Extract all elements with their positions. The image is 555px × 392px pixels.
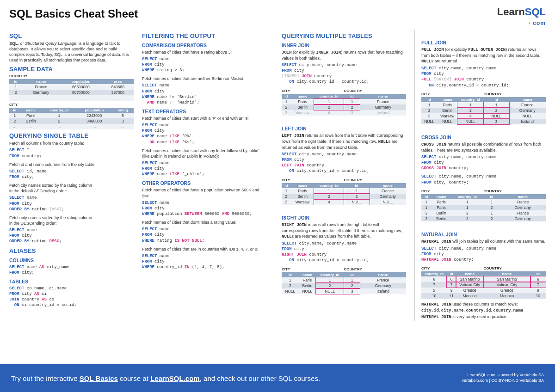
th: area xyxy=(102,79,134,84)
inner-join-heading: INNER JOIN xyxy=(282,43,406,48)
nat-tables: CITY country_ididname 66San Marino 77Vat… xyxy=(421,265,546,300)
country-label: COUNTRY xyxy=(9,74,134,78)
qst-p1: Fetch all columns from the country table… xyxy=(9,141,134,146)
text-code-1: SELECT name FROM city WHERE name LIKE 'P… xyxy=(142,122,266,145)
column-2: FILTERING THE OUTPUT COMPARISON OPERATOR… xyxy=(142,30,266,321)
tables-heading: TABLES xyxy=(9,279,134,284)
logo-sql: SQL xyxy=(525,6,546,18)
left-tables: CITY idnamecountry_id 1Paris1 2Berlin2 3… xyxy=(282,177,406,207)
logo: LearnSQL • com xyxy=(497,7,546,27)
columns: SQL SQL, or Structured Query Language, i… xyxy=(9,30,546,321)
left-code: SELECT city.name, country.name FROM city… xyxy=(282,152,406,174)
inner-tables: CITY idnamecountry_id 1Paris1 2Berlin2 3… xyxy=(282,88,406,117)
other-code-2: SELECT name FROM city WHERE rating IS NO… xyxy=(142,227,266,243)
other-p2: Fetch names of cities that don't miss a … xyxy=(142,220,266,225)
logo-learn: Learn xyxy=(497,6,525,18)
text-p1: Fetch names of cities that start with a … xyxy=(142,116,266,121)
footer: Try out the interactive SQL Basics cours… xyxy=(0,364,555,392)
natural-join-heading: NATURAL JOIN xyxy=(421,232,546,237)
right-p: RIGHT JOIN returns all rows from the rig… xyxy=(282,222,406,239)
column-3: QUERYING MULTIPLE TABLES INNER JOIN JOIN… xyxy=(275,30,406,321)
logo-com: com xyxy=(533,20,546,26)
city-label: CITY xyxy=(9,103,134,107)
cross-code-2: SELECT city.name, country.name FROM city… xyxy=(421,174,546,185)
full-join-heading: FULL JOIN xyxy=(421,40,546,45)
cross-code-1: SELECT city.name, country.name FROM city… xyxy=(421,154,546,171)
comp-p1: Fetch names of cities that have a rating… xyxy=(142,49,266,55)
qst-p4: Fetch city names sorted by the rating co… xyxy=(9,215,134,226)
qst-heading: QUERYING SINGLE TABLE xyxy=(9,132,134,139)
inner-code: SELECT city.name, country.name FROM city… xyxy=(282,62,406,85)
logo-dot: • xyxy=(529,20,533,26)
aliases-heading: ALIASES xyxy=(9,247,134,254)
text-code-2: SELECT name FROM city WHERE name LIKE '_… xyxy=(142,160,266,177)
city-table: idnamecountry_idpopulationrating 1Paris1… xyxy=(9,108,134,129)
left-join-heading: LEFT JOIN xyxy=(282,126,406,131)
right-code: SELECT city.name, country.name FROM city… xyxy=(282,241,406,263)
other-p3: Fetch names of cities that are in countr… xyxy=(142,246,266,252)
qmt-heading: QUERYING MULTIPLE TABLES xyxy=(282,32,406,39)
alias-tables-code: SELECT co.name, ci.name FROM city AS ci … xyxy=(9,286,134,308)
sql-intro: SQL, or Structured Query Language, is a … xyxy=(9,41,134,63)
other-code-1: SELECT name FROM city WHERE population B… xyxy=(142,200,266,217)
other-ops-heading: OTHER OPERATORS xyxy=(142,180,266,186)
filtering-heading: FILTERING THE OUTPUT xyxy=(142,32,266,39)
other-p1: Fetch names of cities that have a popula… xyxy=(142,187,266,198)
sample-data-heading: SAMPLE DATA xyxy=(9,66,134,73)
cross-join-heading: CROSS JOIN xyxy=(421,135,546,140)
text-ops-heading: TEXT OPERATORS xyxy=(142,109,266,114)
right-join-heading: RIGHT JOIN xyxy=(282,215,406,220)
full-code: SELECT city.name, country.name FROM city… xyxy=(421,66,546,88)
qst-code-1: SELECT * FROM country; xyxy=(9,147,134,159)
country-table: idnamepopulationarea 1France666000006406… xyxy=(9,79,134,101)
qst-p2: Fetch id and name columns from the city … xyxy=(9,162,134,167)
other-code-3: SELECT name FROM city WHERE country_id I… xyxy=(142,253,266,270)
nat-p: NATURAL JOIN will join tables by all col… xyxy=(421,239,546,245)
page-title: SQL Basics Cheat Sheet xyxy=(9,7,138,20)
full-p: FULL JOIN (or explicitly FULL OUTER JOIN… xyxy=(421,47,546,64)
columns-heading: COLUMNS xyxy=(9,257,134,263)
footer-cta: Try out the interactive SQL Basics cours… xyxy=(11,374,320,382)
column-4: FULL JOIN FULL JOIN (or explicitly FULL … xyxy=(414,30,546,321)
qst-code-3: SELECT name FROM city ORDER BY rating [A… xyxy=(9,195,134,212)
alias-cols-code: SELECT name AS city_name FROM city; xyxy=(9,264,134,276)
cross-tables: CITY idnamecountry_id 1Paris1 1Paris1 2B… xyxy=(421,188,546,223)
inner-p: JOIN (or explicitly INNER JOIN) returns … xyxy=(282,49,406,61)
column-1: SQL SQL, or Structured Query Language, i… xyxy=(9,30,134,321)
footer-attribution: LearnSQL.com is owned by Vertabelo SA ve… xyxy=(462,373,544,383)
qst-code-2: SELECT id, name FROM city; xyxy=(9,169,134,180)
cross-p: CROSS JOIN returns all possible combinat… xyxy=(421,141,546,153)
sql-heading: SQL xyxy=(9,32,134,39)
th: population xyxy=(60,79,102,84)
th: id xyxy=(9,79,22,84)
nat-code: SELECT city.name, country.name FROM city… xyxy=(421,246,546,263)
full-tables: CITY idnamecountry_id 1Paris1 2Berlin2 3… xyxy=(421,91,546,126)
comp-p2: Fetch names of cities that are neither B… xyxy=(142,76,266,81)
th: name xyxy=(22,79,60,84)
comparison-heading: COMPARISON OPERATORS xyxy=(142,43,266,48)
text-p2: Fetch names of cities that start with an… xyxy=(142,148,266,159)
qst-code-4: SELECT name FROM city ORDER BY rating DE… xyxy=(9,227,134,244)
comp-code-1: SELECT name FROM city WHERE rating > 3; xyxy=(142,56,266,73)
nat-note: NATURAL JOIN used these columns to match… xyxy=(421,301,546,319)
header: SQL Basics Cheat Sheet LearnSQL • com xyxy=(9,7,546,27)
comp-code-2: SELECT name FROM city WHERE name != 'Ber… xyxy=(142,83,266,105)
page-content: SQL Basics Cheat Sheet LearnSQL • com SQ… xyxy=(0,0,555,364)
qst-p3: Fetch city names sorted by the rating co… xyxy=(9,183,134,194)
right-tables: CITY idnamecountry_id 1Paris1 2Berlin2 N… xyxy=(282,266,406,296)
left-p: LEFT JOIN returns all rows from the left… xyxy=(282,133,406,150)
